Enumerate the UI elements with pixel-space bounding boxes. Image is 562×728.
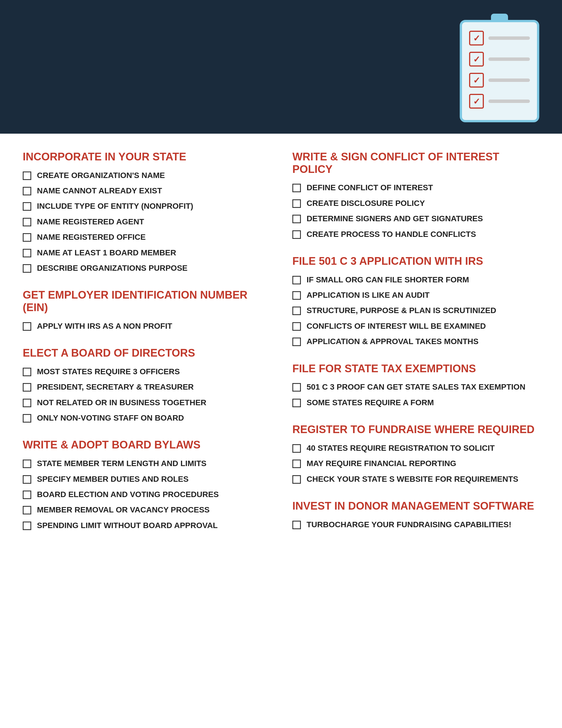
- checkbox-icon[interactable]: [23, 171, 31, 180]
- checkbox-icon[interactable]: [292, 521, 301, 529]
- item-label: APPLY WITH IRS AS A NON PROFIT: [37, 321, 172, 331]
- checklist-item[interactable]: NOT RELATED OR IN BUSINESS TOGETHER: [23, 398, 270, 408]
- checklist-item[interactable]: CREATE DISCLOSURE POLICY: [292, 198, 539, 208]
- checklist-item[interactable]: APPLY WITH IRS AS A NON PROFIT: [23, 321, 270, 331]
- checkbox-icon[interactable]: [292, 444, 301, 453]
- item-label: APPLICATION IS LIKE AN AUDIT: [306, 290, 430, 300]
- checkbox-icon[interactable]: [23, 399, 31, 407]
- section-tax: FILE FOR STATE TAX EXEMPTIONS501 C 3 PRO…: [292, 363, 539, 408]
- checklist-item[interactable]: 40 STATES REQUIRE REGISTRATION TO SOLICI…: [292, 443, 539, 453]
- check-icon-1: ✓: [469, 31, 484, 45]
- item-label: MOST STATES REQUIRE 3 OFFICERS: [37, 367, 180, 377]
- clipboard-illustration: ✓ ✓ ✓ ✓: [460, 20, 539, 122]
- checkbox-icon[interactable]: [292, 399, 301, 407]
- checklist-item[interactable]: NAME REGISTERED OFFICE: [23, 232, 270, 242]
- checklist-item[interactable]: NAME REGISTERED AGENT: [23, 217, 270, 227]
- section-title-donor: INVEST IN DONOR MANAGEMENT SOFTWARE: [292, 500, 539, 512]
- checklist-item[interactable]: TURBOCHARGE YOUR FUNDRAISING CAPABILITIE…: [292, 520, 539, 530]
- checkbox-icon[interactable]: [23, 522, 31, 530]
- item-label: CREATE DISCLOSURE POLICY: [306, 198, 425, 208]
- checkbox-icon[interactable]: [292, 215, 301, 223]
- check-icon-4: ✓: [469, 94, 484, 109]
- checklist-item[interactable]: SOME STATES REQUIRE A FORM: [292, 398, 539, 408]
- checkbox-icon[interactable]: [23, 475, 31, 484]
- checkbox-icon[interactable]: [23, 460, 31, 468]
- checklist-item[interactable]: SPECIFY MEMBER DUTIES AND ROLES: [23, 474, 270, 484]
- item-label: BOARD ELECTION AND VOTING PROCEDURES: [37, 489, 219, 500]
- item-label: 501 C 3 PROOF CAN GET STATE SALES TAX EX…: [306, 382, 525, 392]
- checklist-item[interactable]: 501 C 3 PROOF CAN GET STATE SALES TAX EX…: [292, 382, 539, 392]
- section-incorporate: INCORPORATE IN YOUR STATECREATE ORGANIZA…: [23, 151, 270, 273]
- checklist-item[interactable]: CREATE PROCESS TO HANDLE CONFLICTS: [292, 229, 539, 239]
- item-label: SOME STATES REQUIRE A FORM: [306, 398, 434, 408]
- checkbox-icon[interactable]: [292, 276, 301, 284]
- item-label: STRUCTURE, PURPOSE & PLAN IS SCRUTINIZED: [306, 305, 496, 316]
- checkbox-icon[interactable]: [23, 368, 31, 376]
- checkbox-icon[interactable]: [292, 199, 301, 208]
- checklist-item[interactable]: DESCRIBE ORGANIZATIONS PURPOSE: [23, 263, 270, 273]
- item-label: CHECK YOUR STATE S WEBSITE FOR REQUIREME…: [306, 474, 518, 484]
- section-conflict: WRITE & SIGN CONFLICT OF INTEREST POLICY…: [292, 151, 539, 239]
- item-label: IF SMALL ORG CAN FILE SHORTER FORM: [306, 275, 469, 285]
- checklist-item[interactable]: APPLICATION & APPROVAL TAKES MONTHS: [292, 336, 539, 347]
- checkbox-icon[interactable]: [23, 202, 31, 211]
- checkbox-icon[interactable]: [23, 249, 31, 257]
- section-title-ein: GET EMPLOYER IDENTIFICATION NUMBER (EIN): [23, 289, 270, 314]
- item-label: MEMBER REMOVAL OR VACANCY PROCESS: [37, 505, 210, 515]
- checklist-item[interactable]: INCLUDE TYPE OF ENTITY (NONPROFIT): [23, 201, 270, 211]
- checklist-item[interactable]: NAME CANNOT ALREADY EXIST: [23, 186, 270, 196]
- checkbox-icon[interactable]: [292, 383, 301, 392]
- checkbox-icon[interactable]: [23, 218, 31, 226]
- checklist-item[interactable]: DETERMINE SIGNERS AND GET SIGNATURES: [292, 214, 539, 224]
- checkbox-icon[interactable]: [23, 264, 31, 273]
- checkbox-icon[interactable]: [292, 338, 301, 346]
- item-label: NAME CANNOT ALREADY EXIST: [37, 186, 162, 196]
- checkbox-icon[interactable]: [23, 383, 31, 392]
- checkbox-icon[interactable]: [23, 414, 31, 423]
- item-label: NAME AT LEAST 1 BOARD MEMBER: [37, 248, 176, 258]
- left-column: INCORPORATE IN YOUR STATECREATE ORGANIZA…: [23, 151, 270, 546]
- item-label: CREATE ORGANIZATION'S NAME: [37, 170, 165, 181]
- checkbox-icon[interactable]: [23, 506, 31, 514]
- item-label: SPECIFY MEMBER DUTIES AND ROLES: [37, 474, 189, 484]
- checklist-item[interactable]: PRESIDENT, SECRETARY & TREASURER: [23, 382, 270, 392]
- checkbox-icon[interactable]: [292, 475, 301, 484]
- clipboard-line-4: [488, 100, 530, 103]
- item-label: APPLICATION & APPROVAL TAKES MONTHS: [306, 336, 478, 347]
- checklist-item[interactable]: SPENDING LIMIT WITHOUT BOARD APPROVAL: [23, 520, 270, 531]
- content-area: INCORPORATE IN YOUR STATECREATE ORGANIZA…: [0, 134, 562, 563]
- checklist-item[interactable]: CONFLICTS OF INTEREST WILL BE EXAMINED: [292, 321, 539, 331]
- checkbox-icon[interactable]: [23, 322, 31, 331]
- section-title-bylaws: WRITE & ADOPT BOARD BYLAWS: [23, 439, 270, 451]
- item-label: TURBOCHARGE YOUR FUNDRAISING CAPABILITIE…: [306, 520, 511, 530]
- checklist-item[interactable]: MEMBER REMOVAL OR VACANCY PROCESS: [23, 505, 270, 515]
- checklist-item[interactable]: STATE MEMBER TERM LENGTH AND LIMITS: [23, 458, 270, 469]
- checkbox-icon[interactable]: [292, 307, 301, 315]
- checklist-item[interactable]: MAY REQUIRE FINANCIAL REPORTING: [292, 458, 539, 469]
- header: ✓ ✓ ✓ ✓: [0, 0, 562, 134]
- checklist-item[interactable]: STRUCTURE, PURPOSE & PLAN IS SCRUTINIZED: [292, 305, 539, 316]
- check-icon-2: ✓: [469, 52, 484, 67]
- checklist-item[interactable]: DEFINE CONFLICT OF INTEREST: [292, 183, 539, 193]
- checkbox-icon[interactable]: [292, 230, 301, 239]
- checkbox-icon[interactable]: [23, 491, 31, 499]
- checklist-item[interactable]: APPLICATION IS LIKE AN AUDIT: [292, 290, 539, 300]
- section-ein: GET EMPLOYER IDENTIFICATION NUMBER (EIN)…: [23, 289, 270, 331]
- checklist-item[interactable]: MOST STATES REQUIRE 3 OFFICERS: [23, 367, 270, 377]
- checkbox-icon[interactable]: [23, 187, 31, 195]
- checklist-item[interactable]: IF SMALL ORG CAN FILE SHORTER FORM: [292, 275, 539, 285]
- section-title-tax: FILE FOR STATE TAX EXEMPTIONS: [292, 363, 539, 375]
- item-label: DEFINE CONFLICT OF INTEREST: [306, 183, 433, 193]
- checklist-item[interactable]: CHECK YOUR STATE S WEBSITE FOR REQUIREME…: [292, 474, 539, 484]
- checklist-item[interactable]: NAME AT LEAST 1 BOARD MEMBER: [23, 248, 270, 258]
- checkbox-icon[interactable]: [292, 184, 301, 192]
- checklist-item[interactable]: BOARD ELECTION AND VOTING PROCEDURES: [23, 489, 270, 500]
- checkbox-icon[interactable]: [292, 460, 301, 468]
- checklist-item[interactable]: ONLY NON-VOTING STAFF ON BOARD: [23, 413, 270, 423]
- section-donor: INVEST IN DONOR MANAGEMENT SOFTWARETURBO…: [292, 500, 539, 530]
- checklist-item[interactable]: CREATE ORGANIZATION'S NAME: [23, 170, 270, 181]
- item-label: CONFLICTS OF INTEREST WILL BE EXAMINED: [306, 321, 486, 331]
- checkbox-icon[interactable]: [292, 322, 301, 331]
- checkbox-icon[interactable]: [292, 291, 301, 300]
- checkbox-icon[interactable]: [23, 233, 31, 242]
